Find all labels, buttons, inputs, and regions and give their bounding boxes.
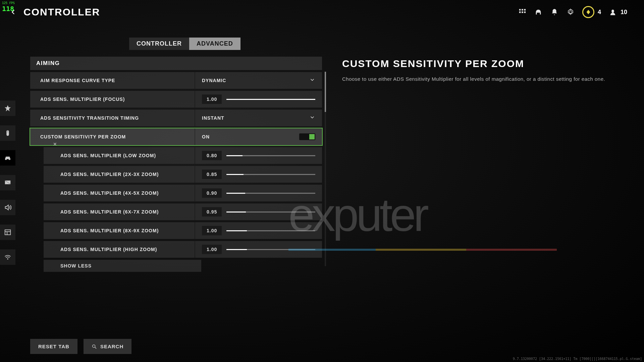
svg-point-16 — [93, 345, 95, 347]
row-8x9x-zoom[interactable]: ADS SENS. MULTIPLIER (8X-9X ZOOM) 1.00 — [44, 222, 322, 239]
page-title: CONTROLLER — [23, 6, 100, 18]
svg-point-15 — [7, 258, 8, 260]
row-low-zoom[interactable]: ADS SENS. MULTIPLIER (LOW ZOOM) 0.80 — [44, 147, 322, 164]
fps-overlay: 118 — [2, 5, 14, 13]
slider[interactable] — [226, 99, 315, 100]
sidebar-item-audio[interactable] — [0, 200, 15, 215]
svg-rect-3 — [519, 11, 521, 13]
row-transition-timing[interactable]: ADS SENSITIVITY TRANSITION TIMING INSTAN… — [30, 110, 322, 126]
svg-rect-12 — [5, 230, 11, 235]
svg-line-17 — [95, 347, 96, 349]
apps-icon[interactable] — [518, 8, 527, 16]
gear-icon[interactable] — [566, 8, 575, 16]
row-high-zoom[interactable]: ADS SENS. MULTIPLIER (HIGH ZOOM) 1.00 — [44, 241, 322, 258]
row-4x5x-zoom[interactable]: ADS SENS. MULTIPLIER (4X-5X ZOOM) 0.90 — [44, 185, 322, 201]
sidebar-item-display[interactable] — [0, 175, 15, 190]
svg-rect-1 — [522, 9, 523, 11]
label: ADS SENSITIVITY TRANSITION TIMING — [30, 115, 195, 121]
label: AIM RESPONSE CURVE TYPE — [30, 78, 195, 83]
show-less-button[interactable]: SHOW LESS — [44, 260, 201, 272]
sidebar-item-network[interactable] — [0, 249, 15, 265]
svg-rect-0 — [519, 9, 521, 11]
reset-tab-button[interactable]: RESET TAB — [30, 339, 77, 354]
svg-rect-2 — [524, 9, 526, 11]
detail-title: CUSTOM SENSITIVITY PER ZOOM — [342, 58, 614, 69]
headset-icon[interactable] — [534, 8, 543, 16]
sidebar-item-mouse[interactable] — [0, 125, 15, 141]
tab-advanced[interactable]: ADVANCED — [189, 38, 240, 50]
svg-marker-7 — [5, 105, 11, 111]
detail-description: Choose to use either ADS Sensitivity Mul… — [342, 75, 614, 83]
slider[interactable] — [226, 174, 315, 175]
label: ADS SENS. MULTIPLIER (2X-3X ZOOM) — [44, 172, 195, 177]
scrollbar[interactable] — [325, 72, 326, 266]
chevron-down-icon — [309, 77, 315, 84]
tab-controller[interactable]: CONTROLLER — [129, 38, 189, 50]
svg-rect-5 — [524, 11, 526, 13]
currency-count: 4 — [598, 9, 601, 16]
slider[interactable] — [226, 193, 315, 194]
value: 0.90 — [202, 188, 222, 198]
sidebar-item-interface[interactable] — [0, 225, 15, 240]
row-custom-sensitivity-zoom[interactable]: CUSTOM SENSITIVITY PER ZOOM ON — [30, 128, 322, 145]
value: 0.95 — [202, 207, 222, 217]
slider[interactable] — [226, 155, 315, 156]
svg-rect-4 — [522, 11, 523, 13]
value: 0.85 — [202, 170, 222, 179]
value: 1.00 — [202, 95, 222, 104]
value: 0.80 — [202, 151, 222, 160]
section-header-aiming: AIMING — [30, 57, 322, 70]
value: 1.00 — [202, 226, 222, 235]
fps-overlay-small: 125 FPS — [2, 1, 15, 5]
bell-icon[interactable] — [550, 8, 559, 16]
svg-marker-6 — [587, 10, 590, 14]
label: ADS SENS. MULTIPLIER (4X-5X ZOOM) — [44, 190, 195, 196]
value: DYNAMIC — [202, 78, 226, 83]
label: ADS SENS. MULTIPLIER (8X-9X ZOOM) — [44, 228, 195, 233]
row-ads-focus[interactable]: ADS SENS. MULTIPLIER (FOCUS) 1.00 — [30, 91, 322, 108]
label: ADS SENS. MULTIPLIER (FOCUS) — [30, 97, 195, 102]
slider[interactable] — [226, 230, 315, 231]
watermark-bar — [288, 249, 557, 251]
sidebar — [0, 101, 15, 265]
currency-badge[interactable]: 4 — [582, 6, 601, 18]
search-button[interactable]: SEARCH — [84, 339, 131, 354]
toggle-on[interactable] — [299, 133, 315, 140]
label: ADS SENS. MULTIPLIER (6X-7X ZOOM) — [44, 209, 195, 215]
chevron-down-icon — [309, 114, 315, 122]
label: ADS SENS. MULTIPLIER (LOW ZOOM) — [44, 153, 195, 158]
row-2x3x-zoom[interactable]: ADS SENS. MULTIPLIER (2X-3X ZOOM) 0.85 — [44, 166, 322, 183]
value: INSTANT — [202, 115, 224, 121]
collapse-icon[interactable]: ✕ — [53, 141, 57, 147]
sidebar-item-quick[interactable] — [0, 101, 15, 116]
party-badge[interactable]: 10 — [608, 8, 627, 16]
version-string: 9.7.13200072 [34.222.1561+11] Tm [7000][… — [513, 357, 642, 361]
sidebar-item-controller[interactable] — [0, 150, 15, 166]
row-6x7x-zoom[interactable]: ADS SENS. MULTIPLIER (6X-7X ZOOM) 0.95 — [44, 203, 322, 220]
label: CUSTOM SENSITIVITY PER ZOOM — [30, 134, 195, 139]
party-count: 10 — [621, 9, 627, 16]
slider[interactable] — [226, 212, 315, 213]
row-aim-response-curve[interactable]: AIM RESPONSE CURVE TYPE DYNAMIC — [30, 72, 322, 89]
value: 1.00 — [202, 245, 222, 254]
header-bar: CONTROLLER 4 10 — [0, 0, 644, 24]
value: ON — [202, 134, 210, 139]
label: ADS SENS. MULTIPLIER (HIGH ZOOM) — [44, 247, 195, 252]
